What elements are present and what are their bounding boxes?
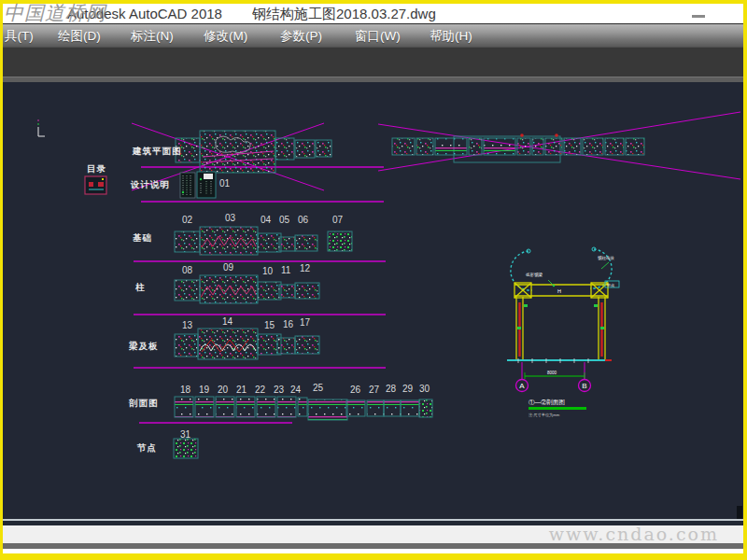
title-bar[interactable]: Autodesk AutoCAD 2018 钢结构施工图2018.03.27.d… [3,4,743,23]
menu-tools[interactable]: 具(T) [5,28,34,45]
marker-dot-1 [520,133,524,137]
menu-help[interactable]: 帮助(H) [430,28,472,45]
grid-bubble-a: A [519,382,525,390]
node-thumbnail [174,439,198,458]
menu-window[interactable]: 窗口(W) [355,28,401,45]
bottom-white-strip [3,549,743,553]
status-bar: www.cndao.com [3,525,743,543]
document-title: 钢结构施工图2018.03.27.dwg [252,6,436,23]
toolbar-area [3,47,743,77]
menu-modify[interactable]: 修改(M) [204,28,247,45]
crosshair-cursor [38,119,45,136]
title-underline [529,407,586,410]
catalog-thumbnail [85,176,106,194]
menu-draw[interactable]: 绘图(D) [58,28,101,45]
section-thumbnails [175,397,432,420]
leader-top-label: 弧形钢梁 [526,272,543,277]
drawing-graphics: 弧形钢梁 钢柱连接 节点 H 8000 A B ①—②剖面图 注:尺寸单位为mm [3,82,743,519]
grid-bubble-b: B [582,382,586,390]
watermark-url: www.cndao.com [549,524,719,544]
marker-dot-2 [555,133,558,137]
leader-right-label: 钢柱连接 [598,255,615,260]
design-notes-thumbnails [180,172,216,198]
dim-label: 8000 [547,371,557,375]
beam-thumbnails [175,329,319,359]
foundation-thumbnails [175,227,352,255]
menu-dimension[interactable]: 标注(N) [131,28,174,45]
minimize-icon[interactable] [692,15,705,18]
menu-bar: 具(T) 绘图(D) 标注(N) 修改(M) 参数(P) 窗口(W) 帮助(H) [3,23,743,47]
watermark-cn: 中国道桥网 [4,0,106,26]
section-subtitle: 注:尺寸单位为mm [529,413,560,417]
autocad-window: Autodesk AutoCAD 2018 钢结构施工图2018.03.27.d… [3,4,743,553]
scrollbar-thumb[interactable] [737,506,742,519]
beam-label: H [557,288,561,294]
column-thumbnails [175,275,319,303]
screenshot-frame: Autodesk AutoCAD 2018 钢结构施工图2018.03.27.d… [0,0,747,560]
portal-frame-drawing: 弧形钢梁 钢柱连接 节点 H 8000 A B ①—②剖面图 注:尺寸单位为mm [507,247,619,417]
drawing-canvas[interactable]: 弧形钢梁 钢柱连接 节点 H 8000 A B ①—②剖面图 注:尺寸单位为mm… [3,82,743,519]
section-title: ①—②剖面图 [529,399,565,406]
tag-right-label: 节点 [607,283,614,287]
menu-parametric[interactable]: 参数(P) [280,28,322,45]
